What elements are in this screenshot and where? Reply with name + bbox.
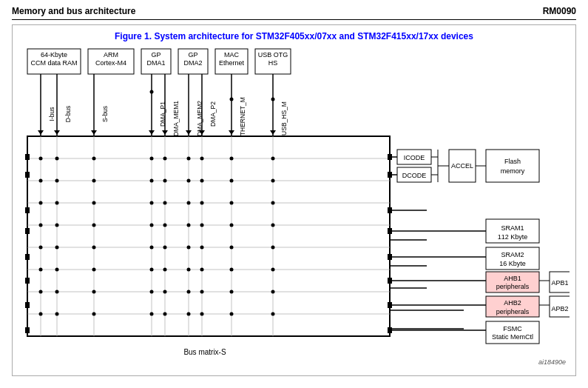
svg-point-102 bbox=[39, 246, 43, 250]
svg-rect-192 bbox=[388, 278, 392, 284]
svg-rect-201 bbox=[25, 302, 30, 308]
svg-point-135 bbox=[200, 312, 204, 316]
svg-text:AHB2: AHB2 bbox=[504, 299, 521, 307]
svg-text:DCODE: DCODE bbox=[402, 172, 427, 179]
figure-title-prefix: Figure 1. System architecture for bbox=[115, 31, 256, 41]
svg-text:GP: GP bbox=[188, 51, 197, 58]
svg-marker-36 bbox=[38, 130, 44, 135]
svg-text:ICODE: ICODE bbox=[404, 154, 425, 161]
svg-rect-157 bbox=[486, 150, 539, 182]
svg-point-101 bbox=[271, 224, 275, 227]
svg-rect-191 bbox=[388, 254, 392, 260]
svg-text:DMA1: DMA1 bbox=[146, 59, 165, 67]
svg-rect-190 bbox=[388, 228, 392, 234]
svg-text:AHB1: AHB1 bbox=[504, 275, 521, 282]
svg-text:D-bus: D-bus bbox=[64, 106, 72, 123]
svg-point-87 bbox=[150, 201, 154, 205]
svg-point-128 bbox=[271, 290, 275, 294]
svg-point-110 bbox=[271, 246, 275, 250]
svg-text:Bus matrix-S: Bus matrix-S bbox=[183, 348, 226, 356]
svg-rect-196 bbox=[25, 172, 30, 178]
svg-point-96 bbox=[150, 224, 154, 227]
svg-point-114 bbox=[150, 268, 154, 272]
svg-marker-38 bbox=[91, 130, 97, 135]
svg-point-72 bbox=[200, 157, 204, 161]
svg-rect-187 bbox=[388, 154, 392, 160]
svg-point-86 bbox=[92, 201, 96, 205]
svg-text:Ethernet: Ethernet bbox=[219, 59, 245, 67]
svg-text:DMA2: DMA2 bbox=[183, 59, 202, 67]
svg-point-73 bbox=[230, 157, 234, 161]
svg-point-129 bbox=[39, 312, 43, 316]
svg-point-113 bbox=[92, 268, 96, 272]
svg-text:ARM: ARM bbox=[104, 51, 118, 58]
svg-point-105 bbox=[150, 246, 154, 250]
svg-point-136 bbox=[230, 312, 234, 316]
svg-text:APB1: APB1 bbox=[551, 279, 568, 287]
svg-point-130 bbox=[55, 312, 59, 316]
svg-point-107 bbox=[187, 246, 191, 250]
svg-point-84 bbox=[39, 201, 43, 205]
svg-text:112 Kbyte: 112 Kbyte bbox=[498, 233, 528, 241]
svg-marker-44 bbox=[270, 130, 276, 135]
svg-point-109 bbox=[230, 246, 234, 250]
svg-point-68 bbox=[92, 157, 96, 161]
svg-text:ETHERNET_M: ETHERNET_M bbox=[239, 97, 246, 140]
svg-point-119 bbox=[271, 268, 275, 272]
svg-point-111 bbox=[39, 268, 43, 272]
svg-point-117 bbox=[200, 268, 204, 272]
svg-text:16 Kbyte: 16 Kbyte bbox=[499, 260, 526, 267]
svg-rect-195 bbox=[25, 154, 30, 160]
svg-rect-202 bbox=[25, 327, 30, 333]
svg-text:CCM data RAM: CCM data RAM bbox=[30, 59, 77, 67]
svg-rect-199 bbox=[25, 254, 30, 260]
figure-area: Figure 1. System architecture for STM32F… bbox=[12, 24, 576, 376]
svg-point-95 bbox=[92, 224, 96, 227]
svg-rect-197 bbox=[25, 207, 30, 213]
svg-marker-37 bbox=[54, 130, 60, 135]
svg-point-81 bbox=[200, 179, 204, 183]
svg-point-108 bbox=[200, 246, 204, 250]
svg-point-121 bbox=[55, 290, 59, 294]
svg-text:USB OTG: USB OTG bbox=[258, 51, 288, 58]
svg-rect-194 bbox=[388, 327, 392, 333]
svg-point-116 bbox=[187, 268, 191, 272]
svg-point-88 bbox=[163, 201, 167, 205]
svg-point-99 bbox=[200, 224, 204, 227]
svg-point-126 bbox=[200, 290, 204, 294]
svg-point-92 bbox=[271, 201, 275, 205]
svg-text:SRAM2: SRAM2 bbox=[501, 251, 524, 258]
svg-point-133 bbox=[163, 312, 167, 316]
svg-text:MAC: MAC bbox=[224, 51, 240, 58]
svg-marker-39 bbox=[149, 130, 155, 135]
svg-point-120 bbox=[39, 290, 43, 294]
svg-text:HS: HS bbox=[268, 59, 278, 67]
svg-point-80 bbox=[187, 179, 191, 183]
svg-point-67 bbox=[55, 157, 59, 161]
svg-rect-193 bbox=[388, 302, 392, 308]
svg-text:FSMC: FSMC bbox=[503, 325, 522, 332]
figure-title-highlight: STM32F405xx/07xx and STM32F415xx/17xx bbox=[256, 31, 439, 41]
svg-text:Static MemCtl: Static MemCtl bbox=[492, 333, 533, 341]
svg-marker-41 bbox=[186, 130, 192, 135]
svg-point-78 bbox=[150, 179, 154, 183]
svg-point-74 bbox=[271, 157, 275, 161]
svg-point-103 bbox=[55, 246, 59, 250]
svg-text:peripherals: peripherals bbox=[496, 283, 530, 290]
svg-point-83 bbox=[271, 179, 275, 183]
svg-rect-198 bbox=[25, 228, 30, 234]
svg-text:Flash: Flash bbox=[504, 158, 521, 165]
svg-text:Cortex-M4: Cortex-M4 bbox=[95, 59, 126, 67]
svg-point-91 bbox=[230, 201, 234, 205]
svg-point-115 bbox=[163, 268, 167, 272]
svg-point-124 bbox=[163, 290, 167, 294]
svg-text:memory: memory bbox=[501, 167, 525, 175]
header-title: Memory and bus architecture bbox=[12, 6, 135, 16]
svg-marker-40 bbox=[162, 130, 168, 135]
svg-rect-189 bbox=[388, 207, 392, 213]
svg-point-104 bbox=[92, 246, 96, 250]
svg-rect-200 bbox=[25, 278, 30, 284]
svg-text:ai18490e: ai18490e bbox=[538, 358, 566, 366]
svg-point-79 bbox=[163, 179, 167, 183]
header: Memory and bus architecture RM0090 bbox=[12, 6, 576, 20]
